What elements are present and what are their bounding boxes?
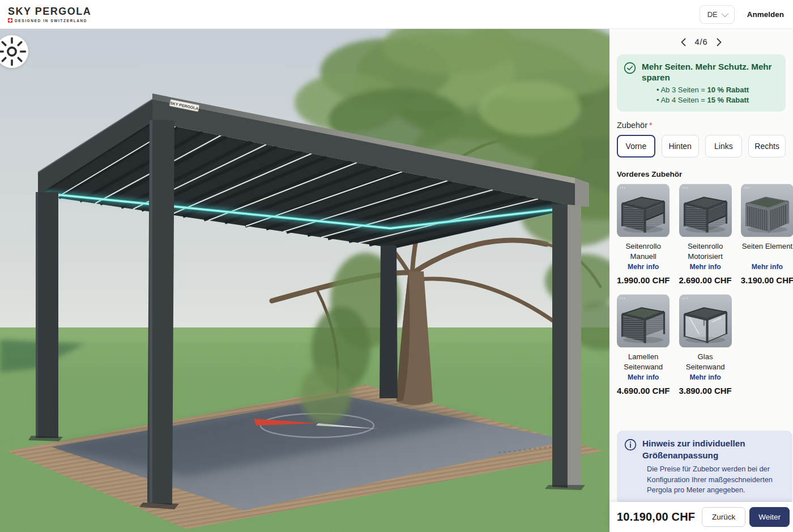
product-thumbnail[interactable]	[741, 184, 793, 237]
brand-logo: SKY PERGOLA DESIGNED IN SWITZERLAND	[8, 6, 91, 23]
product-thumbnail[interactable]	[617, 294, 670, 348]
product-thumbnail-render	[679, 294, 732, 348]
product-more-info-link[interactable]: Mehr info	[628, 373, 659, 381]
promo-bullet-list: Ab 3 Seiten = 10 % RabattAb 4 Seiten = 1…	[624, 85, 779, 105]
check-circle-icon	[624, 62, 636, 74]
scene-render: SKY PERGOLA	[0, 29, 609, 532]
product-name: Glas Seitenwand	[679, 352, 731, 372]
pagination-next-button[interactable]	[715, 37, 724, 46]
config-panel: 4/6 Mehr Seiten. Mehr Schutz. Mehr spare…	[609, 29, 793, 532]
product-thumbnail-render	[679, 184, 732, 237]
product-name: Seitenrollo Motorisiert	[679, 241, 731, 262]
product-more-info-link[interactable]: Mehr info	[689, 263, 720, 271]
required-asterisk: *	[649, 121, 653, 130]
swiss-flag-icon	[8, 18, 12, 23]
product-card-lamellen[interactable]: Lamellen SeitenwandMehr info4.690.00 CHF	[617, 294, 670, 395]
promo-title: Mehr Seiten. Mehr Schutz. Mehr sparen	[642, 61, 779, 83]
top-header: SKY PERGOLA DESIGNED IN SWITZERLAND DE A…	[0, 0, 793, 29]
accessory-section-label: Zubehör*	[617, 121, 786, 130]
front-accessory-title: Vorderes Zubehör	[617, 170, 786, 178]
size-notice-box: Hinweis zur individuellen Größenanpassun…	[617, 431, 792, 504]
login-link[interactable]: Anmelden	[747, 10, 784, 19]
product-thumbnail-render	[617, 184, 670, 237]
pergola-post-left	[36, 192, 58, 438]
product-thumbnail-render	[617, 294, 670, 348]
step-pagination: 4/6	[617, 35, 786, 49]
info-icon	[624, 439, 637, 451]
pagination-prev-button[interactable]	[679, 37, 688, 46]
side-button-rechts[interactable]: Rechts	[748, 135, 786, 158]
product-card-element[interactable]: Seiten ElementMehr info3.190.00 CHF	[741, 184, 793, 285]
total-price: 10.190,00 CHF	[617, 510, 695, 524]
notice-title: Hinweis zur individuellen Größenanpassun…	[642, 438, 785, 461]
language-selector[interactable]: DE	[700, 5, 735, 24]
side-selector-group: VorneHintenLinksRechts	[617, 135, 786, 158]
product-name: Seitenrollo Manuell	[617, 241, 670, 262]
product-name: Seiten Element	[742, 241, 792, 262]
product-more-info-link[interactable]: Mehr info	[752, 263, 783, 271]
pergola-3d-viewport[interactable]: SKY PERGOLA	[0, 29, 609, 532]
product-card-glas[interactable]: Glas SeitenwandMehr info3.890.00 CHF	[679, 294, 731, 395]
next-button[interactable]: Weiter	[749, 507, 790, 527]
product-thumbnail[interactable]	[679, 294, 732, 348]
brand-logo-title: SKY PERGOLA	[8, 6, 91, 18]
panel-footer: 10.190,00 CHF Zurück Weiter	[609, 502, 793, 532]
brightness-toggle-button[interactable]	[0, 35, 28, 68]
promo-bullet: Ab 4 Seiten = 15 % Rabatt	[656, 95, 779, 105]
brand-logo-subtitle: DESIGNED IN SWITZERLAND	[15, 19, 87, 23]
product-price: 1.990.00 CHF	[617, 275, 670, 285]
side-button-vorne[interactable]: Vorne	[617, 135, 655, 158]
promo-bullet: Ab 3 Seiten = 10 % Rabatt	[656, 85, 779, 95]
product-thumbnail[interactable]	[617, 184, 670, 237]
product-price: 2.690.00 CHF	[679, 275, 731, 285]
product-grid: Seitenrollo ManuellMehr info1.990.00 CHF…	[617, 184, 786, 395]
product-price: 3.890.00 CHF	[679, 386, 731, 395]
product-thumbnail-render	[741, 184, 793, 237]
pergola-post-rear	[380, 245, 398, 398]
pagination-counter: 4/6	[694, 37, 707, 46]
side-button-hinten[interactable]: Hinten	[662, 135, 699, 158]
product-name: Lamellen Seitenwand	[617, 352, 670, 372]
product-price: 4.690.00 CHF	[617, 386, 670, 395]
side-button-links[interactable]: Links	[705, 135, 743, 158]
app-root: SKY PERGOLA DESIGNED IN SWITZERLAND DE A…	[0, 0, 793, 532]
product-card-rollo2[interactable]: Seitenrollo MotorisiertMehr info2.690.00…	[679, 184, 731, 285]
discount-promo-box: Mehr Seiten. Mehr Schutz. Mehr sparen Ab…	[617, 54, 786, 112]
pergola-post-right-light	[568, 205, 581, 488]
product-more-info-link[interactable]: Mehr info	[689, 373, 720, 381]
sun-icon	[0, 29, 28, 303]
back-button[interactable]: Zurück	[702, 507, 745, 527]
product-more-info-link[interactable]: Mehr info	[628, 263, 659, 271]
notice-body: Die Preise für Zubebor werden bei der Ko…	[624, 464, 785, 496]
pergola-post-right-dark	[552, 205, 568, 488]
product-thumbnail[interactable]	[679, 184, 732, 237]
product-price: 3.190.00 CHF	[741, 275, 793, 285]
product-card-rollo1[interactable]: Seitenrollo ManuellMehr info1.990.00 CHF	[617, 184, 670, 285]
chevron-down-icon	[721, 10, 728, 17]
language-selector-value: DE	[707, 10, 718, 19]
